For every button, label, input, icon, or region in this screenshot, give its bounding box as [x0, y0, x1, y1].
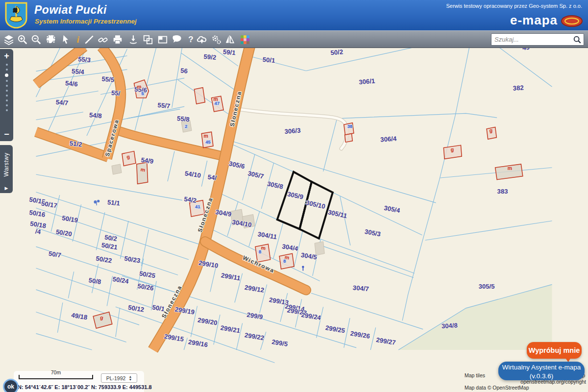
building-type-label: m	[261, 245, 266, 251]
virtual-assistant-button[interactable]: Wirtualny Asystent e-mapa (v.0.3.6)	[498, 362, 585, 380]
parcel-label: 306/1	[359, 77, 375, 86]
parcel-label: 49	[522, 48, 530, 51]
parcel-label: 54/6	[65, 79, 78, 88]
pointer-icon[interactable]	[59, 33, 72, 46]
address-number-label: 47	[215, 101, 220, 106]
zoom-level-slider[interactable]	[5, 61, 8, 111]
e-mapa-brand: e-mapa	[510, 13, 558, 28]
crs-value: PL-1992	[106, 375, 126, 381]
parcel-label: 50/1	[262, 56, 275, 64]
layers-icon[interactable]	[2, 33, 15, 46]
zoom-in-button[interactable]: +	[4, 49, 9, 61]
parcel-label: 304/7	[352, 284, 369, 293]
parcel-label: 55/7	[157, 101, 171, 110]
link-icon[interactable]	[96, 33, 109, 46]
zoom-level-dot[interactable]	[6, 99, 8, 101]
zoom-level-dot[interactable]	[6, 85, 8, 87]
attribution-data-text: Map data © OpenStreetMap	[465, 385, 529, 391]
attribution-tiles-text: Map tiles	[465, 372, 485, 379]
building-type-label: m	[136, 83, 142, 90]
status-panel: 70m PL-1992 ▲▼ N: 54°41´42.6˝ E: 18°13´0…	[14, 371, 144, 392]
main-toolbar: i ?	[0, 30, 588, 48]
parcel-label: 54/8	[89, 111, 102, 120]
zoom-in-icon[interactable]	[16, 33, 29, 46]
address-number-label: 41	[195, 204, 200, 209]
ok-button[interactable]: ok	[3, 379, 19, 392]
service-note: Serwis testowy opracowany przez Geo-syst…	[446, 3, 582, 9]
county-coat-of-arms-logo	[5, 2, 27, 28]
portal-title: Powiat Pucki	[34, 3, 107, 17]
map-canvas[interactable]: 55/359/259/150/150/2306/14938255/455/554…	[0, 48, 588, 392]
parcel-label: 382	[513, 84, 524, 92]
parcel-label: 55/	[111, 89, 121, 98]
geo-system-logo	[561, 15, 583, 27]
parcel-label: 50/2	[330, 48, 343, 56]
parcel-label: 304/8	[441, 321, 458, 330]
e-mapa-application: { "header": { "title": "Powiat Pucki", "…	[0, 0, 588, 392]
zoom-level-dot[interactable]	[6, 90, 8, 92]
layout-panels-icon[interactable]	[156, 33, 169, 46]
building-type-label: g	[451, 147, 454, 152]
building-type-label: g	[490, 127, 492, 133]
portal-subtitle: System Informacji Przestrzennej	[35, 18, 137, 25]
coordinates-readout: N: 54°41´42.6˝ E: 18°13´00.2˝ N: 759333.…	[18, 384, 152, 390]
header-bar: Powiat Pucki System Informacji Przestrze…	[0, 0, 588, 30]
crs-selector[interactable]: PL-1992 ▲▼	[101, 373, 137, 383]
assistant-version: (v.0.3.6)	[498, 372, 585, 381]
download-point-icon[interactable]	[126, 33, 140, 46]
parcel-label: 55/3	[78, 55, 91, 64]
zoom-out-icon[interactable]	[29, 33, 43, 46]
comment-icon[interactable]	[171, 33, 184, 46]
parcel-label: 59/2	[203, 53, 217, 61]
layers-tab-label: Warstwy	[3, 152, 10, 176]
address-number-label: 8	[259, 249, 261, 254]
parcel-label: 383	[497, 188, 508, 195]
address-number-label: 2	[185, 124, 187, 129]
parcel-label: 59/1	[222, 48, 236, 56]
chevron-right-icon: ▶	[5, 186, 8, 191]
parcel-label: 54/7	[55, 98, 69, 107]
copy-frames-icon[interactable]	[141, 33, 154, 46]
zoom-level-dot[interactable]	[6, 95, 8, 97]
parcel-label: 51/1	[107, 198, 120, 207]
base-layers-palette-icon[interactable]	[238, 33, 251, 46]
spinner-arrows-icon: ▲▼	[128, 375, 132, 381]
measure-icon[interactable]	[82, 33, 96, 46]
settings-gears-icon[interactable]	[210, 33, 223, 46]
parcel-label: 306/4	[380, 135, 397, 143]
zoom-level-dot[interactable]	[6, 109, 8, 111]
zoom-level-dot[interactable]	[5, 74, 8, 77]
parcel-label: 305/5	[479, 283, 495, 290]
zoom-level-dot[interactable]	[6, 104, 8, 106]
print-icon[interactable]	[111, 33, 124, 46]
zoom-level-dot[interactable]	[6, 69, 8, 71]
building-type-label: m	[140, 166, 146, 172]
parcel-label: 54/	[207, 173, 218, 181]
parcel-label: 55/4	[72, 68, 85, 76]
parcel-label: 51/2	[69, 140, 82, 148]
address-number-label: 8	[283, 259, 286, 264]
cloud-upload-icon[interactable]	[195, 33, 208, 46]
assistant-try-me-bubble[interactable]: Wypróbuj mnie	[527, 342, 582, 359]
address-number-label: 45	[205, 140, 210, 145]
layers-panel-tab[interactable]: Warstwy ▶	[0, 145, 13, 193]
zoom-level-dot[interactable]	[6, 80, 8, 82]
search-input[interactable]	[494, 34, 572, 45]
search-box	[491, 33, 584, 46]
assistant-title: Wirtualny Asystent e-mapa	[498, 363, 585, 372]
parcel-label: 55/8	[177, 115, 190, 123]
zoom-control: + −	[0, 49, 13, 141]
address-number-label: 5	[142, 91, 144, 96]
scale-bar	[19, 375, 93, 379]
address-number-label: 38	[347, 124, 352, 129]
compare-icon[interactable]	[223, 33, 237, 46]
building-type-label: m	[508, 165, 512, 171]
zoom-out-button[interactable]: −	[4, 129, 9, 141]
building-type-label: m	[203, 133, 208, 139]
parcel-label: 55/5	[101, 75, 115, 83]
select-area-icon[interactable]	[44, 33, 57, 46]
map-viewport: 55/359/259/150/150/2306/14938255/455/554…	[0, 48, 588, 392]
zoom-level-dot[interactable]	[6, 64, 8, 66]
search-icon[interactable]	[573, 35, 582, 44]
parcel-label: 306/3	[284, 127, 301, 135]
